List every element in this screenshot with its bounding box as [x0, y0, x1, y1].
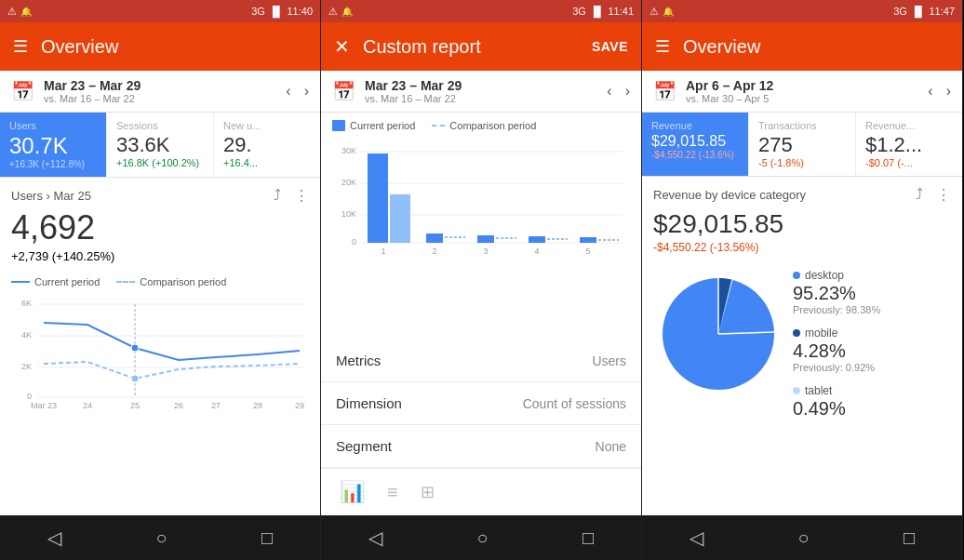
- warning-icon-3: ⚠: [649, 6, 659, 18]
- pie-dot-mobile: [793, 329, 800, 337]
- metric-change-sessions: +16.8K (+100.2%): [116, 157, 204, 168]
- save-button-2[interactable]: SAVE: [592, 39, 628, 54]
- back-btn-2[interactable]: ◁: [368, 527, 382, 549]
- bar-chart-2: 30K 20K 10K 0: [321, 137, 641, 340]
- date-sub-3: vs. Mar 30 – Apr 5: [686, 93, 773, 104]
- warning-icon-2: ⚠: [328, 6, 338, 18]
- close-icon-2[interactable]: ✕: [334, 35, 350, 58]
- status-left-icons-3: ⚠ 🔔: [649, 6, 674, 18]
- app-title-2: Custom report: [363, 36, 579, 58]
- cr-row-dimension[interactable]: Dimension Count of sessions: [321, 382, 641, 425]
- time-display-1: 11:40: [287, 6, 313, 17]
- battery-icon-2: ▐▌: [590, 6, 605, 17]
- share-icon-1[interactable]: ⤴: [274, 187, 281, 205]
- metric-value-users: 30.7K: [9, 133, 97, 159]
- metric-newusers-1[interactable]: New u... 29. +16.4...: [213, 113, 320, 177]
- recents-btn-2[interactable]: □: [582, 527, 594, 549]
- next-date-btn-2[interactable]: ›: [625, 83, 630, 100]
- date-sub-1: vs. Mar 16 – Mar 22: [44, 93, 141, 104]
- next-date-btn-3[interactable]: ›: [946, 83, 951, 100]
- app-bar-3: ☰ Overview: [642, 22, 962, 71]
- pie-dot-desktop: [793, 272, 800, 279]
- back-btn-3[interactable]: ◁: [690, 527, 703, 549]
- legend-line-comparison-1: [116, 281, 135, 283]
- metric-change-revenue: -$4,550.22 (-13.6%): [651, 150, 739, 160]
- time-display-2: 11:41: [608, 6, 634, 17]
- more-icon-1[interactable]: ⋮: [294, 187, 309, 205]
- recents-btn-1[interactable]: □: [261, 527, 273, 549]
- svg-text:6K: 6K: [21, 299, 32, 308]
- status-left-icons-2: ⚠ 🔔: [328, 6, 353, 18]
- section-title-1: Users › Mar 25: [11, 189, 274, 203]
- metric-label-transactions: Transactions: [758, 120, 846, 131]
- table-chart-type-btn[interactable]: ≡: [387, 482, 398, 503]
- next-date-btn-1[interactable]: ›: [304, 83, 309, 100]
- metric-users-1[interactable]: Users 30.7K +16.3K (+112.8%): [0, 113, 106, 177]
- svg-point-9: [131, 344, 139, 352]
- back-btn-1[interactable]: ◁: [47, 527, 61, 549]
- date-row-1: 📅 Mar 23 – Mar 29 vs. Mar 16 – Mar 22 ‹ …: [0, 71, 320, 113]
- menu-icon-3[interactable]: ☰: [655, 36, 670, 57]
- legend-1: Current period Comparison period: [0, 271, 320, 293]
- calendar-icon-2[interactable]: 📅: [332, 80, 355, 102]
- cr-value-segment: None: [596, 439, 626, 454]
- app-bar-1: ☰ Overview: [0, 22, 320, 71]
- prev-date-btn-3[interactable]: ‹: [928, 83, 932, 100]
- share-icon-3[interactable]: ⤴: [916, 186, 923, 204]
- section-header-3: Revenue by device category ⤴ ⋮: [642, 177, 962, 207]
- metric-change-transactions: -5 (-1.8%): [758, 157, 846, 168]
- date-main-2: Mar 23 – Mar 29: [365, 78, 462, 93]
- legend-label-comparison-2: Comparison period: [449, 120, 536, 131]
- date-nav-2: ‹ ›: [607, 83, 630, 100]
- status-bar-3: ⚠ 🔔 3G ▐▌ 11:47: [642, 0, 962, 22]
- legend-box-current-2: [332, 120, 345, 131]
- date-main-1: Mar 23 – Mar 29: [44, 78, 141, 93]
- bar-chart-type-btn[interactable]: 📊: [340, 480, 365, 504]
- legend-line-current-1: [11, 281, 30, 283]
- phone-panel-1: ⚠ 🔔 3G ▐▌ 11:40 ☰ Overview 📅 Mar 23 – Ma…: [0, 0, 321, 560]
- section-icons-3: ⤴ ⋮: [916, 186, 951, 204]
- calendar-icon-3[interactable]: 📅: [653, 80, 676, 102]
- prev-date-btn-2[interactable]: ‹: [607, 83, 611, 100]
- svg-point-10: [131, 375, 139, 382]
- date-text-1: Mar 23 – Mar 29 vs. Mar 16 – Mar 22: [44, 78, 141, 104]
- pie-label-desktop: desktop: [805, 269, 844, 282]
- legend-current-2: Current period: [332, 120, 415, 131]
- legend-label-current-1: Current period: [34, 276, 100, 287]
- app-title-1: Overview: [41, 36, 307, 58]
- pie-dot-tablet: [793, 387, 800, 394]
- metric-revenuepa-3[interactable]: Revenue... $1.2... -$0.07 (-...: [855, 113, 962, 176]
- date-nav-3: ‹ ›: [928, 83, 951, 100]
- big-number-1: 4,692: [0, 208, 320, 249]
- legend-comparison-1: Comparison period: [116, 276, 226, 287]
- section-header-1: Users › Mar 25 ⤴ ⋮: [0, 178, 320, 208]
- cr-row-metrics[interactable]: Metrics Users: [321, 340, 641, 382]
- metric-sessions-1[interactable]: Sessions 33.6K +16.8K (+100.2%): [106, 113, 213, 177]
- prev-date-btn-1[interactable]: ‹: [286, 83, 290, 100]
- phone-panel-3: ⚠ 🔔 3G ▐▌ 11:47 ☰ Overview 📅 Apr 6 – Apr…: [642, 0, 963, 560]
- pie-legend-mobile: mobile 4.28% Previously: 0.92%: [793, 327, 951, 373]
- date-main-3: Apr 6 – Apr 12: [686, 78, 773, 93]
- section-title-3: Revenue by device category: [653, 188, 916, 202]
- network-indicator-3: 3G: [893, 6, 907, 17]
- pie-legend-tablet: tablet 0.49%: [793, 384, 951, 420]
- status-right-2: 3G ▐▌ 11:41: [572, 6, 634, 17]
- home-btn-3[interactable]: ○: [797, 527, 809, 549]
- grid-chart-type-btn[interactable]: ⊞: [421, 482, 435, 502]
- cr-row-segment[interactable]: Segment None: [321, 425, 641, 468]
- status-bar-2: ⚠ 🔔 3G ▐▌ 11:41: [321, 0, 641, 22]
- metric-transactions-3[interactable]: Transactions 275 -5 (-1.8%): [748, 113, 855, 176]
- pie-label-tablet: tablet: [805, 384, 832, 397]
- bar-chart-svg-2: 30K 20K 10K 0: [330, 142, 628, 254]
- more-icon-3[interactable]: ⋮: [936, 186, 951, 204]
- recents-btn-3[interactable]: □: [904, 527, 915, 549]
- metric-value-transactions: 275: [758, 133, 846, 157]
- home-btn-1[interactable]: ○: [155, 527, 167, 549]
- metric-label-sessions: Sessions: [116, 120, 204, 131]
- home-btn-2[interactable]: ○: [476, 527, 488, 549]
- date-nav-1: ‹ ›: [286, 83, 309, 100]
- menu-icon-1[interactable]: ☰: [13, 36, 28, 57]
- legend-2: Current period Comparison period: [321, 113, 641, 137]
- metric-revenue-3[interactable]: Revenue $29,015.85 -$4,550.22 (-13.6%): [642, 113, 748, 176]
- calendar-icon-1[interactable]: 📅: [11, 80, 34, 102]
